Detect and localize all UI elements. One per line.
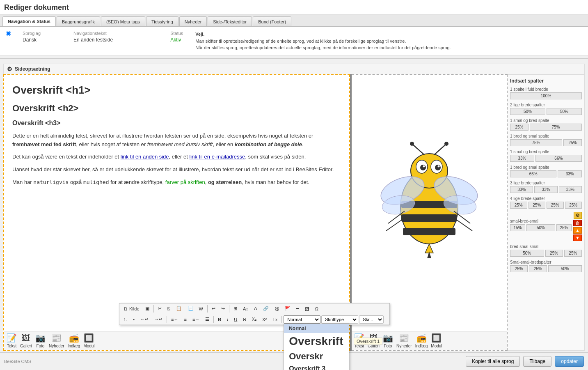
spalte-cell: 33% <box>510 155 534 162</box>
dropdown-item-normal[interactable]: Normal <box>284 324 349 333</box>
media-tekst-label: Tekst <box>7 344 16 348</box>
media-foto-label: Foto <box>36 344 44 348</box>
vejl-box: Vejl. Man skifter til oprettelse/rediger… <box>195 31 582 51</box>
media-nyheder[interactable]: 📰 Nyheder <box>49 333 64 348</box>
gear-icon: ⚙ <box>7 66 12 72</box>
undo-button[interactable]: ↩ <box>209 304 218 313</box>
media-right-indlaeg[interactable]: 📻 Indlæg <box>415 333 428 348</box>
flag-button[interactable]: 🚩 <box>282 304 293 313</box>
sproglag-radio[interactable] <box>6 31 11 36</box>
ul-button[interactable]: • <box>130 315 137 324</box>
tilbage-button[interactable]: Tilbage <box>523 356 551 367</box>
align-justify-button[interactable]: ☰ <box>203 315 212 324</box>
sideopsaetning-header[interactable]: ⚙ Sideopsætning <box>3 64 585 74</box>
media-galleri[interactable]: 🖼 Galleri <box>20 333 32 348</box>
spalte-row-7[interactable]: 33% 33% 33% <box>510 186 582 193</box>
editor-content[interactable]: Overskrift <h1> Overskrift <h2> Overskri… <box>4 75 349 198</box>
cols-button[interactable]: ⊞ <box>231 304 240 313</box>
spalte-row-9[interactable]: 15% 50% 25% <box>510 224 572 231</box>
insert-spalter: Indsæt spalter 1 spalte i fuld bredde 10… <box>508 75 584 279</box>
spalte-row-8[interactable]: 25% 25% 25% 25% <box>510 202 582 209</box>
tab-side-teksteditor[interactable]: Side-/Teksteditor <box>208 16 252 26</box>
media-indlaeg[interactable]: 📻 Indlæg <box>68 333 80 348</box>
action-down-button[interactable]: ▼ <box>573 234 582 241</box>
paste-word-button[interactable]: W <box>197 305 206 313</box>
image-button[interactable]: 🖼 <box>302 305 312 313</box>
svg-point-14 <box>444 142 448 146</box>
ol-button[interactable]: 1. <box>121 315 130 324</box>
remove-format-button[interactable]: Tx <box>270 315 280 324</box>
source-icon[interactable]: ▣ <box>143 304 152 313</box>
media-tekst[interactable]: 📝 Tekst <box>7 333 17 348</box>
align-right-button[interactable]: ≡→ <box>190 315 202 324</box>
paste-text-button[interactable]: 📃 <box>185 304 196 313</box>
spalte-row-11[interactable]: 25% 25% 50% <box>510 265 582 272</box>
subscript-button[interactable]: X₂ <box>249 315 259 324</box>
font-size-button[interactable]: A↕ <box>240 305 251 313</box>
spalte-row-4[interactable]: 75% 25% <box>510 139 582 146</box>
spalte-group-4: 1 bred og smal spalte 75% 25% <box>510 134 582 146</box>
align-center-button[interactable]: ≡ <box>181 315 189 324</box>
action-settings-button[interactable]: ⚙ <box>574 212 582 219</box>
dropdown-item-h3[interactable]: Overskrift 3 <box>284 363 349 370</box>
spalte-label-8: 4 lige brede spalter <box>510 196 582 201</box>
media-right-modul[interactable]: 🔲 Modul <box>431 333 442 348</box>
skrifttype-select[interactable]: Skrifttype <box>321 315 358 324</box>
tab-bund-footer[interactable]: Bund (Footer) <box>253 16 291 26</box>
tab-nyheder[interactable]: Nyheder <box>179 16 207 26</box>
action-delete-button[interactable]: 🗑 <box>573 220 582 226</box>
copy-button[interactable]: ⎘ <box>165 305 173 313</box>
spalte-label-3: 1 smal og bred spalte <box>510 118 582 123</box>
vejl-text1: Man skifter til oprettelse/redigering af… <box>195 38 582 45</box>
opdater-button[interactable]: opdater <box>555 356 584 367</box>
cut-button[interactable]: ✂ <box>156 304 164 313</box>
media-right-foto[interactable]: 📷 Foto <box>383 333 393 348</box>
spalte-row-3[interactable]: 25% 75% <box>510 124 582 131</box>
spalte-row-6[interactable]: 66% 33% <box>510 170 582 177</box>
align-left-button[interactable]: ≡← <box>169 315 181 324</box>
spalte-cell: 50% <box>526 224 555 231</box>
omega-button[interactable]: Ω <box>313 305 321 313</box>
link-email[interactable]: link til en e-mailadresse <box>189 154 245 160</box>
tab-seo[interactable]: (SEO) Meta tags <box>101 16 145 26</box>
indent-button[interactable]: →↵ <box>152 315 165 324</box>
tabs-bar: Navigation & Status Baggrundsgrafik (SEO… <box>0 15 588 27</box>
spalte-row-1[interactable]: 100% <box>510 92 582 99</box>
spalte-row-10[interactable]: 50% 25% 25% <box>510 250 582 257</box>
unlink-button[interactable]: ⛓ <box>272 305 281 313</box>
spalte-cell: 25% <box>565 202 582 209</box>
media-foto[interactable]: 📷 Foto <box>35 333 46 348</box>
link-button[interactable]: 🔗 <box>261 304 271 313</box>
bee-area <box>352 75 507 331</box>
link-andere-side[interactable]: link til en anden side <box>121 154 169 160</box>
svg-line-11 <box>413 145 424 155</box>
tab-baggrundsgrafik[interactable]: Baggrundsgrafik <box>57 16 100 26</box>
tab-navigation[interactable]: Navigation & Status <box>2 16 56 26</box>
spalte-cell: 25% <box>556 224 572 231</box>
media-right-nyheder[interactable]: 📰 Nyheder <box>396 333 412 348</box>
kopier-button[interactable]: Kopier til alle sprog <box>466 356 520 367</box>
hr-button[interactable]: ━ <box>294 304 302 313</box>
spalte-label-2: 2 lige brede spalter <box>510 103 582 107</box>
dropdown-item-h1[interactable]: Overskrift Overskrift 1 <box>284 333 349 349</box>
spalte-cell: 50% <box>510 250 544 257</box>
italic-button[interactable]: I <box>224 315 231 324</box>
skr-select[interactable]: Skr... <box>359 315 384 324</box>
tab-tidsstyring[interactable]: Tidsstyring <box>146 16 178 26</box>
bold-button[interactable]: B <box>215 315 224 324</box>
outdent-button[interactable]: ←↵ <box>138 315 151 324</box>
font-color-button[interactable]: A̲ <box>252 304 260 313</box>
source-button[interactable]: 🗋 Kilde <box>121 305 142 313</box>
underline-button[interactable]: U <box>231 315 240 324</box>
strikethrough-button[interactable]: S <box>240 315 248 324</box>
superscript-button[interactable]: X² <box>260 315 269 324</box>
redo-button[interactable]: ↪ <box>219 304 227 313</box>
action-up-button[interactable]: ▲ <box>573 227 582 234</box>
spalte-cell: 33% <box>510 186 533 193</box>
media-modul[interactable]: 🔲 Modul <box>83 333 94 348</box>
spalte-row-2[interactable]: 50% 50% <box>510 108 582 115</box>
paste-button[interactable]: 📋 <box>174 304 184 313</box>
spalte-row-5[interactable]: 33% 66% <box>510 155 582 162</box>
dropdown-item-h2[interactable]: Overskr <box>284 349 349 363</box>
format-select[interactable]: Normal <box>284 315 320 324</box>
